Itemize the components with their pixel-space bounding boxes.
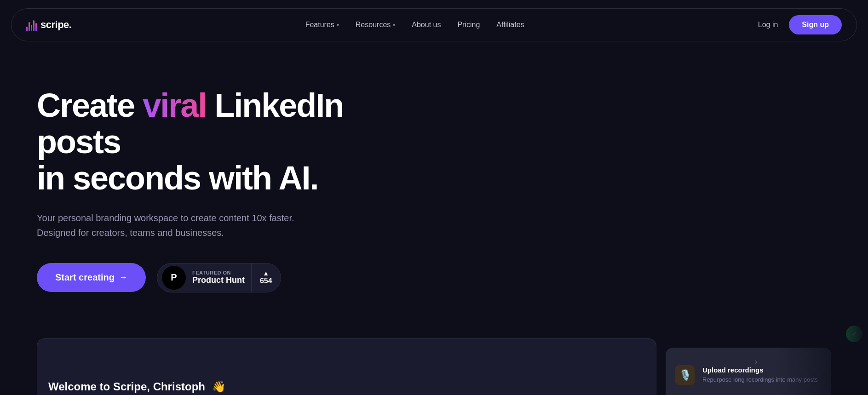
nav-link-pricing[interactable]: Pricing <box>457 21 480 29</box>
headline-viral: viral <box>143 87 206 124</box>
navbar: scripe. Features ▾ Resources ▾ About us … <box>11 8 857 41</box>
nav-item-features[interactable]: Features ▾ <box>305 21 339 29</box>
preview-main-card: Welcome to Scripe, Christoph 👋 <box>37 338 656 395</box>
strip-arrow-icon: › <box>754 356 758 366</box>
nav-link-resources[interactable]: Resources ▾ <box>356 21 395 29</box>
nav-item-resources[interactable]: Resources ▾ <box>356 21 395 29</box>
ph-name-label: Product Hunt <box>192 275 245 285</box>
signup-button[interactable]: Sign up <box>789 15 842 34</box>
ph-info: FEATURED ON Product Hunt <box>192 270 245 285</box>
ph-vote-count: 654 <box>260 276 272 285</box>
logo-icon <box>26 18 37 31</box>
nav-link-features[interactable]: Features ▾ <box>305 21 339 29</box>
upload-title: Upload recordings <box>702 366 818 374</box>
ph-votes: ▲ 654 <box>251 263 281 292</box>
nav-auth: Log in Sign up <box>758 15 842 34</box>
nav-link-affiliates[interactable]: Affiliates <box>496 21 524 29</box>
hero-subtext: Your personal branding workspace to crea… <box>37 211 350 240</box>
ph-featured-on-label: FEATURED ON <box>192 270 245 275</box>
upload-info: Upload recordings Repurpose long recordi… <box>702 366 818 384</box>
headline-start: Create <box>37 87 143 124</box>
login-link[interactable]: Log in <box>758 21 778 29</box>
nav-links: Features ▾ Resources ▾ About us Pricing … <box>305 21 524 29</box>
upload-desc: Repurpose long recordings into many post… <box>702 376 818 384</box>
ph-vote-arrow-icon: ▲ <box>263 270 269 276</box>
cta-row: Start creating → P FEATURED ON Product H… <box>37 263 405 292</box>
chevron-down-icon: ▾ <box>393 23 395 28</box>
nav-item-affiliates[interactable]: Affiliates <box>496 21 524 29</box>
preview-upload-card: 🎙️ Upload recordings Repurpose long reco… <box>666 348 831 395</box>
status-dot: ✓ <box>846 326 862 342</box>
hero-headline: Create viral LinkedIn postsin seconds wi… <box>37 87 405 197</box>
microphone-icon: 🎙️ <box>679 369 691 381</box>
logo-text: scripe. <box>40 19 71 31</box>
chevron-down-icon: ▾ <box>337 23 339 28</box>
arrow-right-icon: → <box>119 273 127 282</box>
logo[interactable]: scripe. <box>26 18 71 31</box>
wave-emoji: 👋 <box>212 380 226 393</box>
start-creating-label: Start creating <box>55 272 115 283</box>
upload-icon-wrap: 🎙️ <box>675 365 695 385</box>
product-hunt-badge[interactable]: P FEATURED ON Product Hunt ▲ 654 <box>157 263 281 292</box>
checkmark-icon: ✓ <box>851 329 857 338</box>
start-creating-button[interactable]: Start creating → <box>37 263 146 292</box>
nav-item-about[interactable]: About us <box>412 21 441 29</box>
hero-section: Create viral LinkedIn postsin seconds wi… <box>0 41 442 292</box>
nav-link-about[interactable]: About us <box>412 21 441 29</box>
preview-welcome-text: Welcome to Scripe, Christoph 👋 <box>48 380 226 393</box>
preview-strip: Welcome to Scripe, Christoph 👋 🎙️ Upload… <box>0 320 868 395</box>
ph-logo: P <box>162 266 186 290</box>
nav-item-pricing[interactable]: Pricing <box>457 21 480 29</box>
